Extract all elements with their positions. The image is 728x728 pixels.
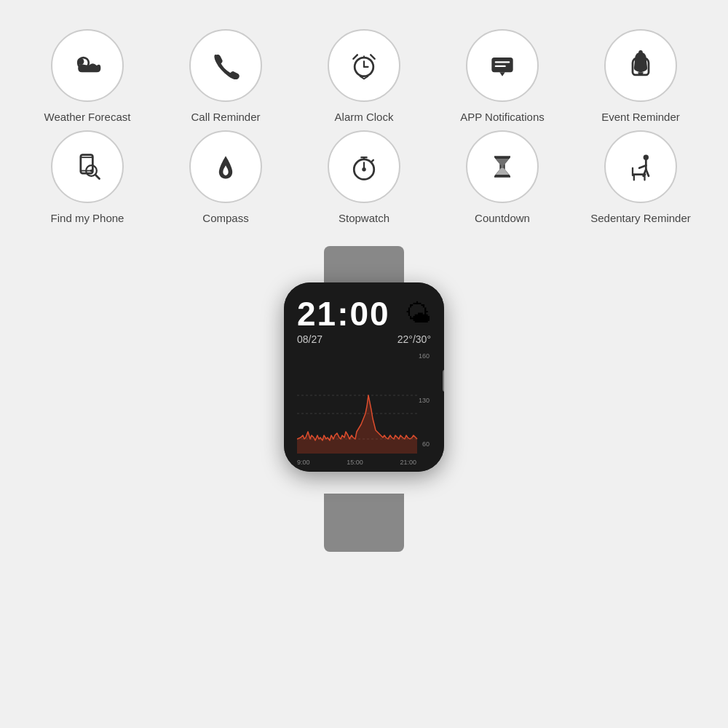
notification-icon [486, 50, 518, 82]
compass-icon [210, 151, 242, 183]
watch-temp-display: 22°/30° [397, 333, 431, 345]
svg-line-24 [372, 160, 373, 162]
svg-rect-8 [491, 58, 513, 72]
features-section: Weather Forecast Call Reminder [0, 0, 728, 239]
watch-band-bottom [324, 494, 404, 552]
svg-line-18 [95, 175, 100, 179]
feature-label-sedentary: Sedentary Reminder [590, 212, 691, 224]
feature-label-weather: Weather Forecast [44, 111, 131, 123]
svg-line-30 [646, 170, 649, 176]
feature-circle-sedentary [604, 130, 677, 203]
feature-circle-compass [189, 130, 262, 203]
feature-call-reminder: Call Reminder [167, 29, 284, 123]
watch-time-row: 21:00 🌤 [297, 297, 431, 331]
watch-container: 21:00 🌤 08/27 22°/30° 160 130 60 [248, 246, 480, 552]
svg-line-6 [371, 55, 375, 59]
weather-icon [71, 50, 103, 82]
feature-label-countdown: Countdown [475, 212, 530, 224]
chart-svg [297, 388, 428, 454]
feature-alarm-clock: Alarm Clock [306, 29, 422, 123]
chart-label-160: 160 [419, 352, 430, 360]
svg-point-1 [77, 58, 84, 65]
feature-label-compass: Compass [202, 212, 248, 224]
svg-line-28 [639, 165, 646, 168]
svg-point-13 [638, 50, 643, 55]
feature-circle-event [604, 29, 677, 102]
feature-circle-call [189, 29, 262, 102]
feature-circle-findphone [51, 130, 124, 203]
svg-marker-38 [297, 395, 417, 454]
chart-time-21: 21:00 [400, 459, 416, 466]
call-icon [210, 50, 242, 82]
feature-circle-weather [51, 29, 124, 102]
chart-time-9: 9:00 [297, 459, 310, 466]
watch-date-display: 08/27 [297, 333, 323, 345]
features-row-1: Weather Forecast Call Reminder [29, 29, 699, 123]
feature-app-notifications: APP Notifications [444, 29, 561, 123]
svg-point-25 [362, 167, 366, 172]
feature-circle-notifications [466, 29, 539, 102]
stopwatch-icon [348, 151, 380, 183]
feature-label-event: Event Reminder [601, 111, 680, 123]
feature-label-call: Call Reminder [191, 111, 260, 123]
sedentary-icon [625, 151, 657, 183]
feature-label-notifications: APP Notifications [460, 111, 545, 123]
watch-button [443, 370, 444, 392]
watch-weather-icon: 🌤 [405, 298, 431, 329]
svg-point-19 [90, 170, 93, 173]
watch-section: 21:00 🌤 08/27 22°/30° 160 130 60 [0, 239, 728, 552]
feature-circle-countdown [466, 130, 539, 203]
feature-label-findphone: Find my Phone [51, 212, 124, 224]
watch-body: 21:00 🌤 08/27 22°/30° 160 130 60 [284, 282, 444, 472]
feature-compass: Compass [167, 130, 284, 224]
watch-chart: 160 130 60 [297, 352, 431, 472]
feature-label-alarm: Alarm Clock [335, 111, 394, 123]
feature-countdown: Countdown [444, 130, 561, 224]
watch-screen: 21:00 🌤 08/27 22°/30° 160 130 60 [284, 282, 444, 472]
chart-time-15: 15:00 [347, 459, 363, 466]
watch-time-display: 21:00 [297, 297, 390, 331]
feature-circle-alarm [328, 29, 400, 102]
feature-find-phone: Find my Phone [29, 130, 146, 224]
svg-line-5 [353, 55, 357, 59]
countdown-icon [486, 151, 518, 183]
findphone-icon [71, 151, 103, 183]
features-row-2: Find my Phone Compass [29, 130, 699, 224]
alarm-icon [348, 50, 380, 82]
chart-time-labels: 9:00 15:00 21:00 [297, 459, 416, 466]
feature-circle-stopwatch [328, 130, 400, 203]
watch-info-row: 08/27 22°/30° [297, 333, 431, 345]
feature-weather-forecast: Weather Forecast [29, 29, 146, 123]
feature-sedentary-reminder: Sedentary Reminder [582, 130, 699, 224]
feature-stopwatch: Stopwatch [306, 130, 422, 224]
event-icon [625, 50, 657, 82]
feature-event-reminder: Event Reminder [582, 29, 699, 123]
feature-label-stopwatch: Stopwatch [339, 212, 389, 224]
features-grid: Weather Forecast Call Reminder [29, 29, 699, 224]
